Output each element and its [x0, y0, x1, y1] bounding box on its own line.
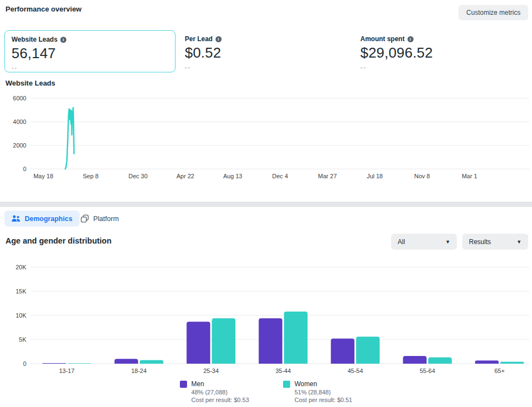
svg-text:55-64: 55-64: [420, 368, 435, 374]
metric-dropdown[interactable]: Results ▼: [462, 234, 528, 250]
svg-text:15K: 15K: [15, 288, 26, 295]
legend-name: Men: [191, 380, 249, 388]
women-color-swatch: [283, 381, 290, 388]
metric-secondary: --: [360, 64, 492, 70]
men-color-swatch: [180, 381, 187, 388]
tab-label: Platform: [93, 215, 119, 223]
svg-text:25-34: 25-34: [203, 368, 219, 374]
chevron-down-icon: ▼: [517, 239, 522, 245]
metric-label-row: Amount spent i: [360, 35, 492, 43]
demographics-section-title: Age and gender distribution: [5, 236, 111, 245]
tab-demographics[interactable]: Demographics: [4, 211, 80, 227]
breakdown-dropdown[interactable]: All ▼: [391, 234, 457, 250]
info-icon[interactable]: i: [216, 36, 222, 42]
metric-secondary: --: [12, 64, 168, 71]
metric-card-website-leads[interactable]: Website Leads i 56,147 --: [4, 30, 176, 72]
line-chart-title: Website Leads: [5, 79, 55, 87]
svg-text:Aug 13: Aug 13: [223, 173, 242, 179]
metric-label-row: Per Lead i: [185, 35, 295, 43]
info-icon[interactable]: i: [408, 36, 414, 42]
metric-secondary: --: [185, 64, 295, 70]
svg-text:Nov 8: Nov 8: [414, 173, 430, 179]
svg-text:2000: 2000: [13, 142, 26, 149]
website-leads-line-chart: 0200040006000May 18Sep 8Dec 30Apr 22Aug …: [0, 88, 532, 186]
metric-value: $0.52: [185, 44, 295, 61]
metric-card-per-lead[interactable]: Per Lead i $0.52 --: [185, 35, 295, 70]
metric-label-row: Website Leads i: [12, 36, 168, 43]
svg-text:13-17: 13-17: [59, 368, 75, 374]
platform-icon: [81, 214, 89, 223]
svg-text:Apr 22: Apr 22: [177, 173, 194, 179]
metric-card-amount-spent[interactable]: Amount spent i $29,096.52 --: [360, 35, 492, 70]
svg-text:Sep 8: Sep 8: [83, 173, 99, 179]
customize-metrics-button[interactable]: Customize metrics: [459, 5, 528, 20]
svg-text:4000: 4000: [13, 118, 26, 125]
svg-text:45-54: 45-54: [348, 368, 363, 374]
legend-cost: Cost per result: $0.51: [295, 397, 352, 403]
tab-platform[interactable]: Platform: [73, 211, 126, 227]
svg-text:0: 0: [23, 166, 26, 172]
legend-share: 51% (28,848): [295, 389, 352, 395]
legend-item-men: Men 48% (27,088) Cost per result: $0.53: [180, 380, 249, 403]
dropdown-value: Results: [469, 238, 491, 246]
page-title: Performance overview: [5, 5, 82, 13]
svg-text:35-44: 35-44: [275, 368, 291, 374]
metric-label: Amount spent: [360, 35, 405, 43]
svg-text:Mar 27: Mar 27: [318, 173, 337, 179]
metric-value: 56,147: [12, 45, 168, 62]
svg-text:6000: 6000: [13, 95, 26, 101]
legend-item-women: Women 51% (28,848) Cost per result: $0.5…: [283, 380, 352, 403]
age-gender-bar-chart: 05K10K15K20K13-1718-2425-3435-4445-5455-…: [0, 258, 532, 378]
svg-text:20K: 20K: [15, 264, 26, 270]
metric-label: Website Leads: [12, 36, 58, 43]
svg-text:May 18: May 18: [33, 173, 53, 179]
svg-text:5K: 5K: [19, 336, 27, 343]
bar-chart-legend: Men 48% (27,088) Cost per result: $0.53 …: [0, 380, 532, 403]
legend-share: 48% (27,088): [191, 389, 249, 395]
svg-text:Jul 18: Jul 18: [367, 173, 383, 179]
legend-name: Women: [295, 380, 352, 388]
dropdown-value: All: [398, 238, 405, 246]
tab-label: Demographics: [25, 215, 72, 223]
section-divider: [0, 202, 532, 207]
metric-label: Per Lead: [185, 35, 213, 43]
svg-text:0: 0: [23, 360, 26, 367]
svg-text:65+: 65+: [494, 368, 505, 374]
svg-text:18-24: 18-24: [131, 368, 146, 374]
svg-text:Dec 4: Dec 4: [272, 173, 288, 179]
performance-overview-panel: Performance overview Customize metrics W…: [0, 0, 532, 407]
chevron-down-icon: ▼: [445, 239, 450, 245]
metric-value: $29,096.52: [360, 44, 492, 61]
svg-text:Mar 1: Mar 1: [462, 173, 477, 179]
svg-text:Dec 30: Dec 30: [128, 173, 148, 179]
info-icon[interactable]: i: [60, 37, 66, 43]
people-icon: [12, 215, 20, 222]
legend-cost: Cost per result: $0.53: [191, 397, 249, 403]
svg-text:10K: 10K: [15, 312, 26, 319]
